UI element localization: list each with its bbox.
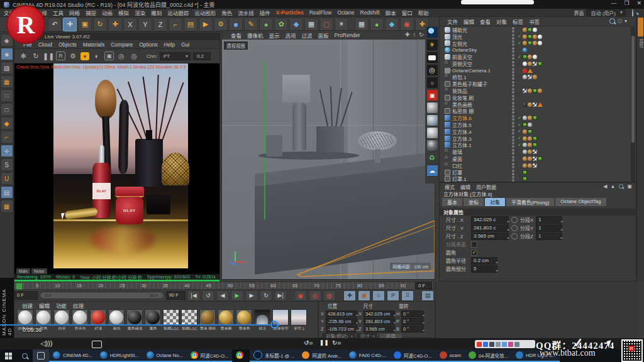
up-icon[interactable]: ▲ — [611, 184, 616, 189]
motion-system-icon[interactable]: ▤ — [421, 290, 434, 301]
render-settings[interactable]: ⚙ — [214, 18, 228, 31]
object-row[interactable]: 左侧光 ✓ — [440, 40, 636, 47]
object-name[interactable]: 玻璃 — [452, 148, 510, 155]
object-row[interactable]: 立方体.1 ✓ — [440, 142, 636, 149]
pause-icon[interactable]: ❚❚ — [319, 339, 329, 346]
viewer-tab[interactable]: Main — [16, 268, 30, 274]
object-row[interactable]: 辅助光 ✓ — [440, 26, 636, 33]
material-swatch[interactable]: 黑色 — [145, 309, 162, 330]
viewer-menu-item[interactable]: Materials — [83, 41, 104, 48]
attribute-header-tab[interactable]: 编辑 — [460, 184, 470, 190]
key-pla-toggle[interactable]: ⠿ — [401, 290, 414, 301]
material-swatch[interactable]: 黑色烤漆 — [126, 309, 143, 330]
material-swatch[interactable]: 黄金粗 — [218, 309, 235, 330]
visibility-dots[interactable] — [510, 122, 516, 128]
viewer-tab[interactable]: Noise — [31, 268, 47, 274]
taskbar-app[interactable]: Octane No... — [143, 349, 187, 362]
segment-input[interactable]: 1 — [536, 233, 562, 240]
object-name[interactable]: 化妆笔 刷 — [452, 94, 510, 101]
polygons-mode-icon[interactable]: ◆ — [1, 117, 13, 129]
y-axis-lock[interactable]: Y — [138, 18, 152, 31]
object-tags[interactable] — [523, 102, 558, 107]
object-tags[interactable] — [523, 116, 558, 120]
object-tags[interactable] — [523, 150, 558, 154]
keyframe-selection-button[interactable]: ◍ — [323, 290, 336, 301]
visibility-dots[interactable] — [510, 163, 516, 168]
object-name[interactable]: 旁侧天空 — [452, 60, 510, 67]
attribute-header-tab[interactable]: 用户数据 — [476, 184, 496, 190]
object-row[interactable]: 桥包.1 ✓ — [440, 74, 636, 81]
visibility-dots[interactable] — [510, 34, 516, 40]
channel-dropdown[interactable]: PT — [160, 52, 191, 60]
taskbar-app[interactable]: 阿波C4D-O... — [390, 349, 436, 362]
viewport-menu-item[interactable]: 面板 — [318, 31, 329, 39]
record-circle-icon[interactable] — [511, 225, 518, 231]
move-tool[interactable]: ✚ — [63, 18, 77, 31]
object-tags[interactable] — [523, 136, 558, 141]
object-tags[interactable] — [523, 143, 558, 147]
object-name[interactable]: 桌面 — [452, 155, 510, 162]
object-name[interactable]: 黑色瓶子和罐子 — [452, 80, 510, 87]
octane-ball-icon[interactable] — [426, 26, 438, 38]
ime-moon-icon[interactable] — [489, 342, 494, 347]
end-frame-input[interactable]: 90 F — [166, 291, 186, 300]
object-name[interactable]: 立方体.1 — [452, 141, 510, 148]
object-tags[interactable] — [523, 123, 558, 127]
undo-icon[interactable]: ↶ — [48, 18, 62, 31]
field-toggle[interactable]: ◆ — [385, 18, 399, 31]
snap-icon[interactable]: S — [1, 158, 13, 171]
model-mode-icon[interactable]: ■ — [1, 48, 13, 60]
points-mode-icon[interactable]: ∷ — [1, 89, 13, 102]
menu-item[interactable]: 网格 — [69, 9, 80, 16]
task-view-button[interactable] — [33, 349, 49, 362]
menu-item[interactable]: 角色 — [221, 9, 232, 16]
dim-value-input[interactable]: 342.025 c — [471, 216, 509, 224]
ime-wrench-icon[interactable] — [514, 342, 519, 347]
menu-item[interactable]: 运动图形 — [194, 9, 216, 16]
play-button[interactable]: ▶ — [231, 290, 243, 301]
object-name[interactable]: 立方体.6 — [452, 114, 510, 121]
object-menu-item[interactable]: 编辑 — [464, 18, 474, 25]
ime-toolbar[interactable] — [475, 340, 535, 348]
object-row[interactable]: 立方体.6 ✓ — [440, 114, 636, 121]
viewer-menu-item[interactable]: Options — [139, 41, 157, 48]
visibility-dots[interactable] — [510, 74, 516, 80]
live-viewer-titlebar[interactable]: Live Viewer 3.07-R2 — [14, 33, 219, 40]
x-axis-lock[interactable]: X — [123, 18, 137, 31]
video-progress-bar[interactable] — [0, 324, 280, 326]
viewport-nav-icon[interactable]: ✚ — [405, 31, 410, 38]
viewport-menu-item[interactable]: 过滤 — [302, 31, 313, 39]
loop-button[interactable]: ↻ — [260, 290, 272, 301]
visibility-dots[interactable] — [510, 88, 516, 94]
edges-mode-icon[interactable]: □ — [1, 103, 13, 116]
tweak-mode-icon[interactable]: ✛ — [1, 145, 13, 157]
size-input[interactable]: 342.025 cm — [364, 310, 395, 317]
object-properties-section[interactable]: 对象属性 — [440, 209, 636, 216]
timeline-ruler[interactable]: 051015202530354045505560657075808590 0 F — [14, 282, 434, 290]
preview-range-slider[interactable]: 0 F 90 F — [40, 292, 164, 299]
visibility-dots[interactable] — [510, 149, 516, 155]
viewport-menu-item[interactable]: 查看 — [231, 31, 242, 39]
gamma-spinner[interactable]: 0.2 — [193, 52, 211, 60]
attribute-tab[interactable]: Octane ObjectTag — [555, 198, 606, 206]
viewer-menu-item[interactable]: Gui — [181, 41, 189, 48]
rotation-input[interactable]: 0 ° — [401, 318, 424, 325]
object-row[interactable]: 灯罩.1 ✓ — [440, 176, 636, 182]
search-icon[interactable] — [609, 18, 615, 24]
goto-end-button[interactable]: ▶| — [274, 290, 287, 301]
segment-input[interactable]: 1 — [536, 216, 562, 224]
attribute-header-tab[interactable]: 模式 — [445, 184, 455, 190]
material-swatch[interactable]: 瓷白 — [108, 309, 125, 330]
targetlight-icon[interactable]: ◎ — [426, 64, 438, 76]
object-tags[interactable] — [523, 177, 558, 181]
record-circle-icon[interactable] — [511, 233, 518, 239]
minimize-button[interactable]: — — [611, 0, 616, 6]
material-menu-item[interactable]: 功能 — [56, 302, 67, 309]
spline-pen[interactable]: ✎ — [244, 18, 258, 31]
viewport-menu-item[interactable]: ProRender — [335, 32, 360, 38]
last-tool[interactable]: ✚ — [108, 18, 122, 31]
viewer-menu-item[interactable]: Cloud — [38, 41, 52, 48]
object-name[interactable]: OctaneCamera.1 — [452, 68, 510, 74]
menu-item[interactable]: 渲染 — [135, 9, 145, 16]
enable-check-icon[interactable]: ✓ — [518, 116, 523, 121]
